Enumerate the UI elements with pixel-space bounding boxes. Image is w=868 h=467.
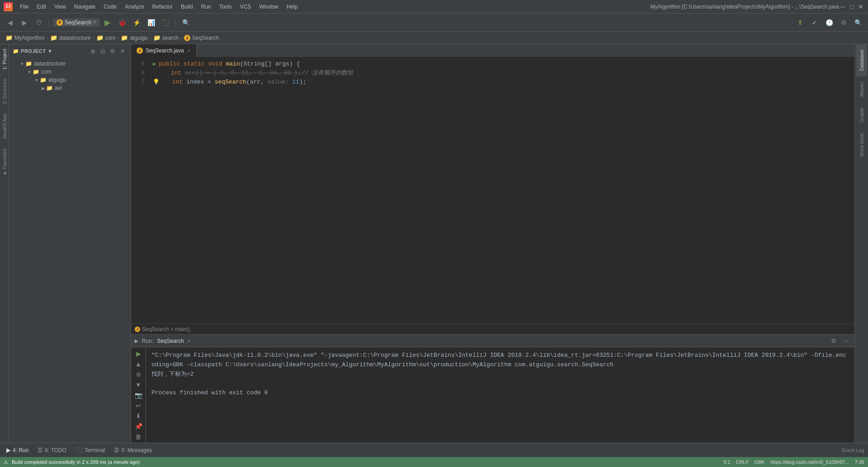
status-right-area: Event Log [842,448,864,453]
terminal-tab-label: Terminal [85,447,105,453]
kw-void: void [208,60,222,69]
run-settings-button[interactable]: ⚙ [829,336,838,346]
tree-item-atguigu[interactable]: ▼ 📁 atguigu [9,76,131,84]
locate-file-button[interactable]: ⊕ [88,47,97,56]
menu-view[interactable]: View [51,3,70,11]
maximize-button[interactable]: □ [848,3,855,10]
run-hide-button[interactable]: ─ [842,336,851,346]
run-config-selector[interactable]: S SeqSearch ▼ [53,19,99,27]
code-line-7: 💡 int index = seqSearch(arr, value: 11); [153,78,851,87]
run-stop-button[interactable]: ⏹ [133,370,144,378]
sidebar-item-javaee[interactable]: JavaEEApp [0,109,9,144]
menu-edit[interactable]: Edit [33,3,50,11]
tab-close-button[interactable]: ✕ [187,48,191,54]
sidebar-hide-button[interactable]: ✕ [118,47,127,56]
strikethrough-arr: arr[] = { 1, 9, 11, -1, 34, 89 }; [185,69,301,78]
code-line-5: ▶ public static void main(String[] args)… [153,60,851,69]
bottom-terminal-tab[interactable]: ⬛ Terminal [73,446,108,454]
search-button[interactable]: 🔍 [852,16,864,29]
run-trash-button[interactable]: 🗑 [133,432,144,441]
close-button[interactable]: ✕ [857,3,864,10]
tab-seqsearch[interactable]: J SeqSearch.java ✕ [131,44,197,57]
status-link[interactable]: https://blog.csdn.net/m0_5108497... [770,459,849,465]
menu-refactor[interactable]: Refactor [149,3,176,11]
breadcrumb-atguigu[interactable]: 📁 atguigu [121,34,147,41]
breadcrumb-project[interactable]: 📁 MyAlgorithm [5,34,45,41]
breadcrumb-com[interactable]: 📁 com [96,34,116,41]
bottom-todo-tab[interactable]: ☰ 6: TODO [35,446,69,454]
menu-file[interactable]: File [16,3,32,11]
menu-vcs[interactable]: VCS [236,3,255,11]
main-toolbar: ◀ ▶ ⏱ S SeqSearch ▼ ▶ 🐞 ⚡ 📊 ⬛ 🔍 ⬆ ✔ 🕐 ⚙ … [0,14,868,32]
sidebar-settings-button[interactable]: ⚙ [108,47,117,56]
menu-analyze[interactable]: Analyze [121,3,148,11]
bottom-messages-tab[interactable]: ☰ 0: Messages [111,446,155,454]
arrow-atguigu: ▼ [34,78,39,83]
breadcrumb-datastructure[interactable]: 📁 datastructure [50,34,91,41]
run-label: Run: [142,338,153,344]
breadcrumb-seqsearch[interactable]: J SeqSearch [184,35,219,41]
right-tab-maven[interactable]: Maven [856,76,867,102]
status-crlf[interactable]: CRLF [736,459,749,465]
right-toolbar: ⬆ ✔ 🕐 ⚙ 🔍 [794,16,864,29]
run-screenshot-button[interactable]: 📷 [133,391,144,399]
debug-button[interactable]: 🐞 [116,16,128,29]
bracket-4: { [297,60,300,69]
bracket-1: ( [240,60,244,69]
collapse-all-button[interactable]: ⊟ [98,47,107,56]
breadcrumb-search[interactable]: 📁 search [153,34,179,41]
code-editor[interactable]: 5 6 7 ▶ public static void main(String[]… [131,58,854,334]
sidebar-item-structure[interactable]: 2: Structure [0,74,9,109]
sidebar-tools: ⊕ ⊟ ⚙ ✕ [88,47,127,56]
run-wrap-button[interactable]: ↩ [133,401,144,410]
right-tab-database[interactable]: Database [856,44,867,76]
event-log-link[interactable]: Event Log [842,448,864,453]
kw-public: public [159,60,180,69]
project-sidebar: 📁 PROJECT ▼ ⊕ ⊟ ⚙ ✕ ▼ 📁 datastructure ▼ [9,44,131,443]
run-scroll-end-button[interactable]: ⬇ [133,411,144,420]
tree-item-com[interactable]: ▼ 📁 com [9,68,131,76]
bracket-2: [] [264,60,272,69]
code-lines[interactable]: ▶ public static void main(String[] args)… [149,58,854,323]
menu-help[interactable]: Help [283,3,302,11]
sidebar-item-favorites[interactable]: ★ Favorites [0,144,9,181]
vcs-commit-button[interactable]: ✔ [808,16,821,29]
run-tab-close[interactable]: ✕ [188,338,191,344]
bottom-run-tab[interactable]: ▶ 4: Run [4,446,31,454]
menu-run[interactable]: Run [198,3,215,11]
run-config-label[interactable]: SeqSearch [157,338,184,344]
menu-navigate[interactable]: Navigate [71,3,99,11]
run-down-button[interactable]: ▼ [133,380,144,389]
profile-button[interactable]: 📊 [145,16,157,29]
run-up-button[interactable]: ▲ [133,360,144,368]
menu-window[interactable]: Window [255,3,282,11]
run-tab-icon: ▶ [6,447,11,453]
vcs-history-button[interactable]: 🕐 [823,16,835,29]
tree-item-avl[interactable]: ▶ 📁 avl [9,84,131,92]
run-with-coverage-button[interactable]: ⚡ [130,16,143,29]
menu-code[interactable]: Code [100,3,120,11]
run-restart-button[interactable]: ▶ [133,349,144,358]
vcs-update-button[interactable]: ⬆ [794,16,807,29]
stop-button[interactable]: ⬛ [159,16,172,29]
menu-build[interactable]: Build [177,3,197,11]
back-button[interactable]: ◀ [4,16,16,29]
settings-button[interactable]: ⚙ [837,16,850,29]
forward-button[interactable]: ▶ [18,16,31,29]
comment-line6: // 没有顺序的数组 [302,69,353,78]
menu-tools[interactable]: Tools [216,3,236,11]
run-pin-button[interactable]: 📌 [133,422,144,430]
tree-label-datastructure: datastructure [34,61,66,67]
recent-files-button[interactable]: ⏱ [33,16,45,29]
right-tab-wordbook[interactable]: Word book [856,128,867,163]
minimize-button[interactable]: ─ [839,3,846,10]
run-button[interactable]: ▶ [101,16,114,29]
status-time: 7:36 [855,459,864,465]
status-charset[interactable]: GBK [754,459,764,465]
right-tab-gradle[interactable]: Gradle [856,102,867,128]
search-everywhere-button[interactable]: 🔍 [179,16,192,29]
window-title: MyAlgorithm [C:\Users\sanlang\IdeaProjec… [651,4,840,10]
status-line-info[interactable]: 5:1 [723,459,730,465]
sidebar-item-project[interactable]: 1: Project [0,44,9,74]
tree-item-datastructure[interactable]: ▼ 📁 datastructure [9,60,131,68]
